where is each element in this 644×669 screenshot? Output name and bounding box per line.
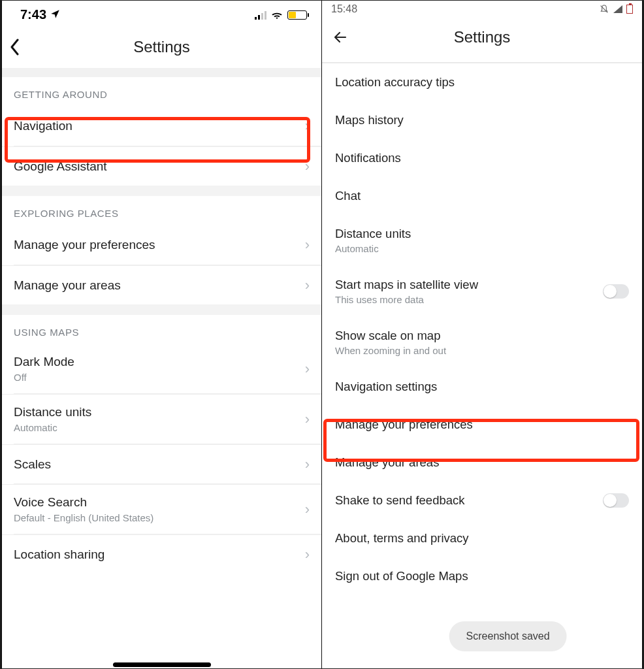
row-sublabel: Default - English (United States) [14, 512, 153, 523]
row-label: Voice Search [14, 495, 153, 510]
battery-low-icon [626, 5, 633, 14]
row-label: Maps history [335, 113, 629, 127]
bell-off-icon [599, 4, 609, 14]
row-label: Shake to send feedback [335, 493, 465, 508]
row-manage-areas[interactable]: Manage your areas › [2, 265, 321, 304]
row-label: Distance units [14, 405, 91, 419]
battery-icon [287, 10, 307, 20]
toggle-switch[interactable] [603, 284, 629, 299]
row-label: Location accuracy tips [335, 75, 629, 90]
row-navigation[interactable]: Navigation › [2, 106, 321, 146]
home-indicator [113, 662, 211, 667]
row-label: Scales [14, 457, 51, 472]
row-manage-preferences-android[interactable]: Manage your preferences [322, 406, 642, 444]
row-distance-units[interactable]: Distance units Automatic › [2, 394, 321, 444]
android-status-bar: 15:48 [322, 1, 642, 16]
row-location-accuracy[interactable]: Location accuracy tips [322, 63, 642, 101]
android-time: 15:48 [331, 3, 357, 15]
toast-message: Screenshot saved [449, 621, 567, 651]
row-label: Location sharing [14, 547, 105, 562]
side-by-side-container: 7:43 Settings [0, 0, 644, 669]
row-about-terms[interactable]: About, terms and privacy [322, 519, 642, 557]
chevron-right-icon: › [305, 158, 310, 175]
section-divider [2, 68, 321, 77]
row-label: Manage your preferences [335, 417, 629, 432]
chevron-right-icon: › [305, 118, 310, 135]
row-label: Notifications [335, 151, 629, 165]
cellular-signal-icon [255, 10, 266, 20]
toast-text: Screenshot saved [466, 630, 550, 642]
row-label: About, terms and privacy [335, 531, 629, 546]
chevron-right-icon: › [305, 501, 310, 518]
chevron-right-icon: › [305, 546, 310, 563]
section-divider [2, 304, 321, 315]
row-google-assistant[interactable]: Google Assistant › [2, 146, 321, 186]
row-chat[interactable]: Chat [322, 177, 642, 215]
row-label: Chat [335, 189, 629, 203]
row-sublabel: This uses more data [335, 294, 478, 305]
row-notifications[interactable]: Notifications [322, 139, 642, 177]
chevron-right-icon: › [305, 237, 310, 253]
android-header: Settings [322, 16, 642, 58]
row-label: Distance units [335, 227, 629, 241]
ios-status-bar: 7:43 [2, 1, 321, 26]
row-shake-feedback[interactable]: Shake to send feedback [322, 481, 642, 519]
row-label: Sign out of Google Maps [335, 569, 629, 583]
location-arrow-icon [50, 9, 60, 19]
page-title: Settings [2, 38, 321, 56]
cellular-signal-icon [613, 5, 622, 13]
row-sublabel: Automatic [335, 243, 629, 254]
row-label: Start maps in satellite view [335, 278, 478, 292]
chevron-right-icon: › [305, 456, 310, 473]
row-maps-history[interactable]: Maps history [322, 101, 642, 139]
row-sublabel: When zooming in and out [335, 345, 629, 356]
android-phone: 15:48 Settings Location accuracy tips Ma… [322, 1, 643, 668]
section-header-exploring-places: EXPLORING PLACES [2, 196, 321, 225]
page-title: Settings [322, 28, 642, 46]
android-status-right [599, 4, 633, 14]
row-sublabel: Off [14, 372, 74, 383]
row-sign-out[interactable]: Sign out of Google Maps [322, 557, 642, 587]
row-label: Manage your areas [335, 455, 629, 470]
ios-status-left: 7:43 [20, 7, 60, 22]
toggle-switch[interactable] [603, 493, 629, 508]
row-label: Show scale on map [335, 329, 629, 343]
ios-time: 7:43 [20, 7, 46, 22]
wifi-icon [270, 10, 283, 20]
ios-phone: 7:43 Settings [1, 1, 322, 668]
row-navigation-settings[interactable]: Navigation settings [322, 368, 642, 406]
row-label: Dark Mode [14, 355, 74, 369]
ios-status-right [255, 10, 307, 20]
row-satellite-view[interactable]: Start maps in satellite view This uses m… [322, 266, 642, 317]
back-button[interactable] [10, 39, 20, 56]
row-label: Google Assistant [14, 159, 107, 174]
row-label: Navigation settings [335, 380, 629, 394]
chevron-right-icon: › [305, 411, 310, 428]
row-voice-search[interactable]: Voice Search Default - English (United S… [2, 484, 321, 534]
row-label: Manage your areas [14, 278, 121, 293]
row-show-scale[interactable]: Show scale on map When zooming in and ou… [322, 317, 642, 368]
row-dark-mode[interactable]: Dark Mode Off › [2, 344, 321, 393]
row-location-sharing[interactable]: Location sharing › [2, 534, 321, 574]
row-sublabel: Automatic [14, 422, 91, 433]
row-distance-units-android[interactable]: Distance units Automatic [322, 215, 642, 266]
ios-header: Settings [2, 26, 321, 68]
chevron-right-icon: › [305, 361, 310, 378]
section-header-using-maps: USING MAPS [2, 315, 321, 344]
row-label: Manage your preferences [14, 238, 155, 252]
section-divider [2, 186, 321, 196]
row-scales[interactable]: Scales › [2, 444, 321, 483]
row-manage-preferences[interactable]: Manage your preferences › [2, 225, 321, 265]
section-header-getting-around: GETTING AROUND [2, 77, 321, 106]
row-label: Navigation [14, 119, 72, 133]
chevron-right-icon: › [305, 277, 310, 294]
row-manage-areas-android[interactable]: Manage your areas [322, 444, 642, 481]
back-button[interactable] [332, 29, 348, 45]
